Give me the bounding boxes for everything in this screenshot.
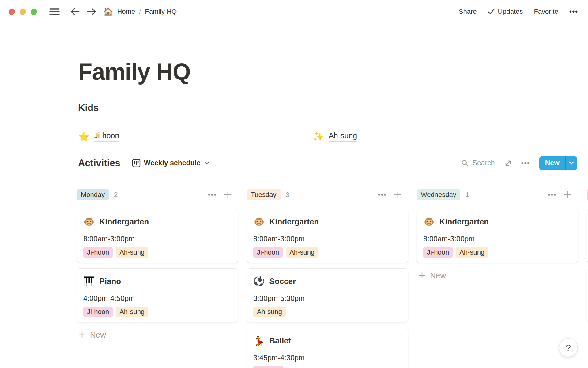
group-pill-tuesday[interactable]: Tuesday [247, 189, 281, 200]
add-card-icon[interactable] [394, 190, 402, 199]
add-card-icon[interactable] [224, 190, 232, 199]
new-entry-button[interactable]: New [539, 156, 565, 170]
minimize-window-button[interactable] [20, 9, 26, 15]
monkey-emoji-icon: 🐵 [83, 216, 95, 228]
tag-jihoon: Ji-hoon [253, 247, 283, 258]
column-more-options-button[interactable]: ••• [378, 191, 387, 199]
tag-ahsung: Ah-sung [116, 247, 148, 258]
board-column-monday: Monday 2 ••• 🐵 Kindergarten 8:00am-3:00p… [77, 189, 238, 368]
card-title: Ballet [269, 335, 291, 347]
help-button[interactable]: ? [559, 338, 578, 357]
card-title: Soccer [269, 275, 296, 287]
activity-card-kindergarten[interactable]: 🐵 Kindergarten 8:00am-3:00pm Ji-hoon Ah-… [417, 209, 578, 263]
soccer-ball-emoji-icon: ⚽ [253, 275, 265, 287]
tag-jihoon: Ji-hoon [83, 307, 113, 317]
card-title: Kindergarten [99, 216, 149, 228]
column-header: Tuesday 3 ••• [247, 189, 408, 200]
add-new-label: New [430, 271, 446, 280]
plus-icon [418, 271, 426, 279]
traffic-lights [9, 9, 37, 15]
kid-link-label: Ah-sung [329, 131, 357, 142]
activity-card-partial[interactable] [587, 209, 588, 263]
board-view-icon [132, 159, 141, 167]
column-header: Monday 2 ••• [77, 189, 238, 200]
card-time: 3:45pm-4:30pm [253, 353, 402, 362]
updates-button[interactable]: Updates [488, 8, 523, 16]
forward-arrow-icon[interactable] [87, 7, 96, 16]
activity-card-piano[interactable]: 🎹 Piano 4:00pm-4:50pm Ji-hoon Ah-sung [77, 268, 238, 322]
favorite-button[interactable]: Favorite [534, 8, 558, 16]
sidebar-menu-icon[interactable] [49, 8, 60, 16]
tag-partially-visible [253, 366, 283, 368]
add-card-icon[interactable] [564, 190, 572, 199]
monkey-emoji-icon: 🐵 [423, 216, 435, 228]
kids-heading: Kids [78, 102, 577, 114]
card-tags: Ah-sung [253, 307, 402, 317]
add-new-card-button[interactable]: New [77, 330, 238, 340]
piano-emoji-icon: 🎹 [83, 275, 95, 287]
weekly-schedule-board: Monday 2 ••• 🐵 Kindergarten 8:00am-3:00p… [0, 189, 588, 368]
board-column-tuesday: Tuesday 3 ••• 🐵 Kindergarten 8:00am-3:00… [247, 189, 408, 368]
window-titlebar: 🏠 Home / Family HQ Share Updates Favorit… [0, 0, 588, 23]
kid-page-link-jihoon[interactable]: ⭐ Ji-hoon [78, 131, 119, 142]
card-tags: Ji-hoon Ah-sung [253, 247, 402, 258]
breadcrumb-home-link[interactable]: Home [117, 8, 135, 16]
page-more-options-button[interactable]: ••• [569, 8, 578, 16]
card-time: 3:30pm-5:30pm [253, 294, 402, 303]
view-label: Weekly schedule [144, 159, 201, 167]
tag-ahsung: Ah-sung [456, 247, 488, 258]
tag-jihoon: Ji-hoon [423, 247, 453, 258]
column-more-options-button[interactable]: ••• [548, 191, 557, 199]
collection-more-options-button[interactable]: ••• [521, 159, 530, 167]
zoom-window-button[interactable] [31, 9, 37, 15]
topbar-actions: Share Updates Favorite ••• [459, 8, 578, 16]
search-icon [461, 159, 469, 167]
dancer-emoji-icon: 💃 [253, 335, 265, 347]
group-pill-monday[interactable]: Monday [77, 189, 109, 200]
back-arrow-icon[interactable] [70, 7, 80, 16]
toolbar-right-actions: Search ••• New [461, 156, 577, 170]
expand-view-icon[interactable] [504, 159, 512, 167]
view-selector-weekly-schedule[interactable]: Weekly schedule [132, 159, 209, 167]
search-button[interactable]: Search [461, 159, 495, 167]
activities-toolbar: Activities Weekly schedule Search ••• Ne… [78, 156, 577, 170]
column-count: 2 [114, 191, 118, 199]
add-new-label: New [90, 330, 106, 340]
group-pill-wednesday[interactable]: Wednesday [417, 189, 460, 200]
activity-card-kindergarten[interactable]: 🐵 Kindergarten 8:00am-3:00pm Ji-hoon Ah-… [77, 209, 238, 263]
collection-divider [63, 179, 588, 179]
add-new-card-button[interactable]: New [417, 271, 578, 280]
breadcrumb: 🏠 Home / Family HQ [103, 7, 177, 17]
card-title: Kindergarten [439, 216, 489, 228]
close-window-button[interactable] [9, 9, 15, 15]
column-more-options-button[interactable]: ••• [208, 191, 217, 199]
card-time: 8:00am-3:00pm [83, 234, 232, 243]
card-time: 4:00pm-4:50pm [83, 294, 232, 303]
updates-label: Updates [498, 8, 523, 16]
card-tags: Ji-hoon Ah-sung [83, 307, 232, 317]
chevron-down-icon [204, 161, 209, 165]
new-entry-dropdown-button[interactable] [565, 156, 577, 170]
share-button[interactable]: Share [459, 8, 477, 16]
chevron-down-icon [569, 161, 574, 165]
sparkles-emoji-icon: ✨ [313, 131, 324, 142]
tag-ahsung: Ah-sung [116, 307, 148, 317]
card-title: Kindergarten [269, 216, 319, 228]
star-emoji-icon: ⭐ [78, 131, 89, 142]
column-count: 3 [286, 191, 289, 199]
group-pill-partial[interactable] [587, 189, 588, 200]
activity-card-partial[interactable] [587, 268, 588, 322]
card-title: Piano [99, 275, 121, 287]
new-entry-button-group: New [539, 156, 577, 170]
activity-card-ballet[interactable]: 💃 Ballet 3:45pm-4:30pm [247, 328, 408, 368]
breadcrumb-current-page[interactable]: Family HQ [145, 8, 177, 16]
kid-page-link-ahsung[interactable]: ✨ Ah-sung [313, 131, 357, 142]
page-title: Family HQ [78, 57, 577, 86]
activity-card-soccer[interactable]: ⚽ Soccer 3:30pm-5:30pm Ah-sung [247, 268, 408, 322]
tag-jihoon: Ji-hoon [83, 247, 113, 258]
monkey-emoji-icon: 🐵 [253, 216, 265, 228]
tag-ahsung: Ah-sung [253, 307, 286, 317]
check-icon [488, 8, 495, 15]
activities-heading: Activities [78, 158, 120, 169]
activity-card-kindergarten[interactable]: 🐵 Kindergarten 8:00am-3:00pm Ji-hoon Ah-… [247, 209, 408, 263]
